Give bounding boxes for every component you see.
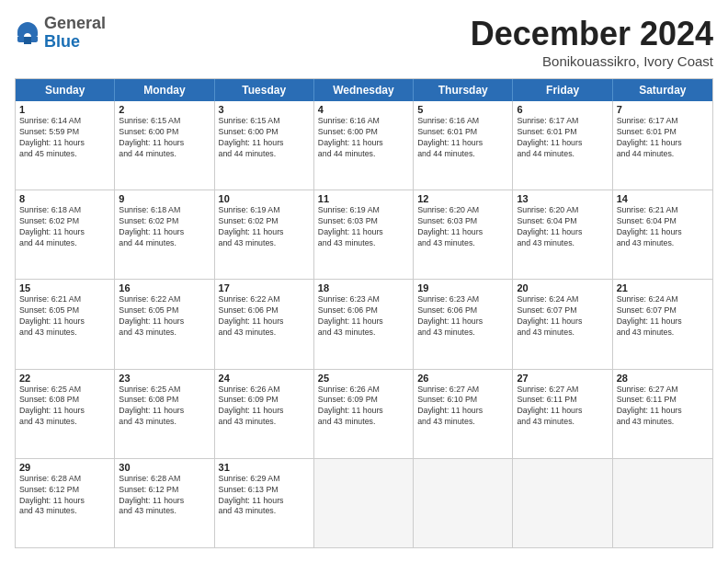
cell-info-line: Sunset: 6:06 PM [318,305,409,316]
cell-info-line: Sunset: 6:08 PM [119,395,210,406]
cell-info-line: Sunset: 6:11 PM [617,395,709,406]
header-tuesday: Tuesday [215,79,314,101]
calendar-header: Sunday Monday Tuesday Wednesday Thursday… [16,79,712,101]
cal-cell-3-0: 22Sunrise: 6:25 AMSunset: 6:08 PMDayligh… [16,370,115,458]
cal-cell-4-1: 30Sunrise: 6:28 AMSunset: 6:12 PMDayligh… [115,459,214,547]
cal-cell-2-4: 19Sunrise: 6:23 AMSunset: 6:06 PMDayligh… [414,280,513,368]
cal-cell-4-3 [314,459,414,547]
cell-info-line: Daylight: 11 hours [617,406,709,417]
cell-info-line: Sunrise: 6:17 AM [617,116,709,127]
cell-info-line: Sunset: 6:01 PM [517,127,608,138]
cell-info-line: Sunset: 6:07 PM [617,305,709,316]
cell-info-line: and 43 minutes. [219,417,310,428]
cell-info-line: Sunrise: 6:25 AM [19,385,110,396]
day-number: 18 [318,282,409,293]
cell-info-line: Sunrise: 6:18 AM [119,205,210,216]
day-number: 26 [417,373,508,384]
cal-cell-1-3: 11Sunrise: 6:19 AMSunset: 6:03 PMDayligh… [314,190,414,279]
day-number: 8 [19,193,110,204]
day-number: 11 [318,193,409,204]
day-number: 7 [617,104,709,115]
cell-info-line: Sunset: 6:03 PM [417,216,508,227]
cell-info-line: Sunrise: 6:27 AM [417,385,508,396]
cal-cell-2-3: 18Sunrise: 6:23 AMSunset: 6:06 PMDayligh… [314,280,414,368]
cell-info-line: Sunset: 6:03 PM [318,216,409,227]
cell-info-line: Sunset: 6:13 PM [219,485,310,496]
cal-cell-2-0: 15Sunrise: 6:21 AMSunset: 6:05 PMDayligh… [16,280,115,368]
header: General Blue December 2024 Bonikouassikr… [15,15,713,69]
week-row-3: 15Sunrise: 6:21 AMSunset: 6:05 PMDayligh… [16,279,712,368]
cell-info-line: Daylight: 11 hours [417,406,508,417]
cell-info-line: Daylight: 11 hours [119,316,210,327]
cal-cell-2-6: 21Sunrise: 6:24 AMSunset: 6:07 PMDayligh… [613,280,712,368]
cell-info-line: and 44 minutes. [119,149,210,160]
day-number: 25 [318,373,409,384]
cell-info-line: Sunset: 6:01 PM [617,127,709,138]
cell-info-line: Sunrise: 6:27 AM [617,385,709,396]
cell-info-line: Sunrise: 6:15 AM [219,116,310,127]
cell-info-line: Sunrise: 6:16 AM [417,116,508,127]
cell-info-line: Sunset: 6:05 PM [19,305,110,316]
logo: General Blue [15,15,106,52]
cell-info-line: Sunrise: 6:28 AM [119,474,210,485]
day-number: 17 [219,282,310,293]
cell-info-line: and 44 minutes. [517,149,608,160]
cell-info-line: Sunrise: 6:26 AM [318,385,409,396]
cell-info-line: Sunrise: 6:19 AM [318,205,409,216]
logo-icon [15,20,40,46]
cell-info-line: Sunrise: 6:24 AM [617,294,709,305]
cell-info-line: Daylight: 11 hours [219,316,310,327]
cell-info-line: and 43 minutes. [517,417,608,428]
week-row-4: 22Sunrise: 6:25 AMSunset: 6:08 PMDayligh… [16,369,712,458]
cell-info-line: Sunrise: 6:23 AM [318,294,409,305]
calendar: Sunday Monday Tuesday Wednesday Thursday… [15,78,713,548]
cell-info-line: Sunset: 6:00 PM [219,127,310,138]
cal-cell-4-2: 31Sunrise: 6:29 AMSunset: 6:13 PMDayligh… [215,459,314,547]
cell-info-line: Sunset: 6:06 PM [417,305,508,316]
week-row-2: 8Sunrise: 6:18 AMSunset: 6:02 PMDaylight… [16,190,712,279]
cell-info-line: Daylight: 11 hours [517,227,608,238]
cal-cell-0-6: 7Sunrise: 6:17 AMSunset: 6:01 PMDaylight… [613,101,712,190]
cal-cell-1-4: 12Sunrise: 6:20 AMSunset: 6:03 PMDayligh… [414,190,513,279]
header-sunday: Sunday [16,79,115,101]
cell-info-line: and 43 minutes. [219,327,310,339]
cell-info-line: Sunrise: 6:15 AM [119,116,210,127]
cell-info-line: Daylight: 11 hours [219,138,310,149]
day-number: 20 [517,282,608,293]
cell-info-line: Sunset: 6:00 PM [119,127,210,138]
cal-cell-4-5 [513,459,612,547]
cell-info-line: Sunset: 6:09 PM [318,395,409,406]
cell-info-line: and 43 minutes. [318,238,409,249]
calendar-body: 1Sunrise: 6:14 AMSunset: 5:59 PMDaylight… [16,101,712,547]
week-row-5: 29Sunrise: 6:28 AMSunset: 6:12 PMDayligh… [16,458,712,547]
cell-info-line: Sunset: 6:02 PM [119,216,210,227]
day-number: 22 [19,373,110,384]
cell-info-line: and 44 minutes. [617,149,709,160]
cal-cell-0-0: 1Sunrise: 6:14 AMSunset: 5:59 PMDaylight… [16,101,115,190]
cell-info-line: and 43 minutes. [119,327,210,339]
cell-info-line: Daylight: 11 hours [617,227,709,238]
cal-cell-1-6: 14Sunrise: 6:21 AMSunset: 6:04 PMDayligh… [613,190,712,279]
logo-general: General [44,15,106,33]
cal-cell-1-1: 9Sunrise: 6:18 AMSunset: 6:02 PMDaylight… [115,190,214,279]
location: Bonikouassikro, Ivory Coast [471,53,713,69]
cell-info-line: Daylight: 11 hours [318,406,409,417]
cell-info-line: and 44 minutes. [417,149,508,160]
cell-info-line: and 43 minutes. [617,417,709,428]
cell-info-line: Sunrise: 6:23 AM [417,294,508,305]
cal-cell-0-5: 6Sunrise: 6:17 AMSunset: 6:01 PMDaylight… [513,101,612,190]
cal-cell-4-6 [613,459,712,547]
day-number: 24 [219,373,310,384]
cell-info-line: Sunset: 6:05 PM [119,305,210,316]
cell-info-line: Sunset: 6:11 PM [517,395,608,406]
title-block: December 2024 Bonikouassikro, Ivory Coas… [471,15,713,69]
cell-info-line: Sunrise: 6:20 AM [417,205,508,216]
cell-info-line: Daylight: 11 hours [19,316,110,327]
cell-info-line: Sunrise: 6:18 AM [19,205,110,216]
cell-info-line: Daylight: 11 hours [417,227,508,238]
day-number: 10 [219,193,310,204]
cal-cell-3-6: 28Sunrise: 6:27 AMSunset: 6:11 PMDayligh… [613,370,712,458]
day-number: 4 [318,104,409,115]
day-number: 9 [119,193,210,204]
cell-info-line: Sunset: 6:12 PM [19,485,110,496]
